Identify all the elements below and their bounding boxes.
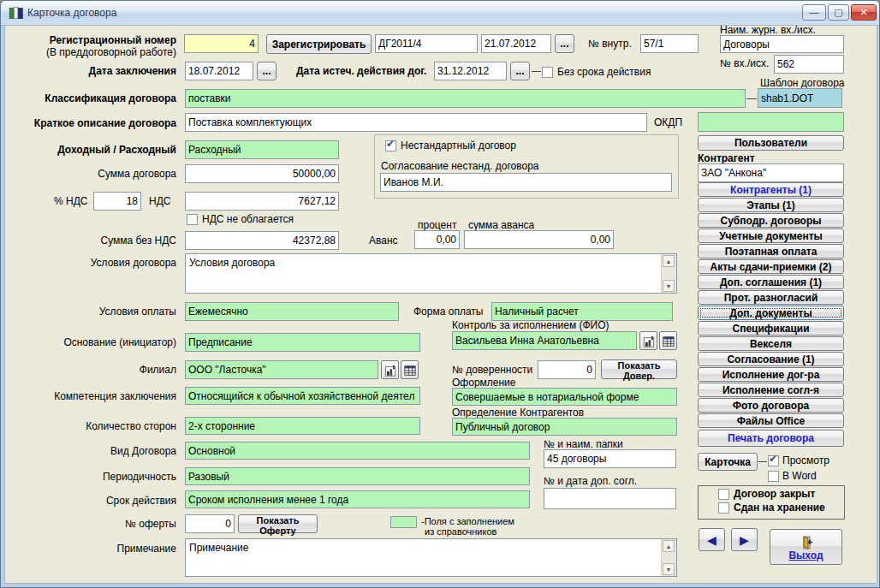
control-input[interactable] bbox=[452, 331, 637, 350]
periodicity-input[interactable] bbox=[185, 467, 530, 485]
sidebar-button-acceptance-acts[interactable]: Акты сдачи-приемки (2) bbox=[698, 259, 844, 274]
titlebar: Карточка договора — ▢ ✕ bbox=[1, 1, 879, 26]
amount-no-vat-input[interactable] bbox=[185, 231, 339, 250]
description-label: Краткое описание договора bbox=[9, 117, 176, 129]
classification-input[interactable] bbox=[185, 89, 746, 108]
minimize-button[interactable]: — bbox=[802, 4, 826, 21]
word-label: В Word bbox=[782, 470, 817, 482]
scroll-down-icon[interactable]: ▼ bbox=[663, 563, 675, 575]
terms-textarea[interactable]: Условия договора ▲ ▼ bbox=[185, 253, 677, 294]
inout-number-input[interactable] bbox=[774, 55, 844, 74]
journal-name-input[interactable] bbox=[720, 35, 844, 53]
sidebar-button-accounting-docs[interactable]: Учетные документы bbox=[698, 229, 844, 243]
description-input[interactable] bbox=[185, 113, 647, 132]
conclusion-date-picker-button[interactable]: ... bbox=[257, 62, 276, 80]
control-organization-button[interactable] bbox=[639, 331, 657, 350]
table-icon bbox=[663, 336, 675, 347]
sidebar-button-supplementary-agreements[interactable]: Доп. соглашения (1) bbox=[698, 275, 844, 289]
sidebar-button-stages[interactable]: Этапы (1) bbox=[698, 198, 844, 212]
counterparty-input[interactable] bbox=[698, 163, 844, 182]
amount-input[interactable] bbox=[185, 164, 339, 183]
stored-checkbox[interactable] bbox=[718, 502, 729, 514]
parties-input[interactable] bbox=[185, 417, 420, 435]
registration-date-input[interactable] bbox=[481, 34, 551, 53]
duration-label: Срок действия bbox=[9, 495, 176, 507]
income-input[interactable] bbox=[185, 140, 339, 159]
users-button[interactable]: Пользователи bbox=[698, 135, 844, 151]
folder-input[interactable] bbox=[544, 449, 676, 468]
scroll-up-icon[interactable]: ▲ bbox=[663, 255, 675, 267]
scroll-up-icon[interactable]: ▲ bbox=[663, 540, 675, 552]
contract-type-input[interactable] bbox=[185, 442, 530, 460]
reg-number-input[interactable] bbox=[184, 34, 259, 53]
offer-input[interactable] bbox=[185, 514, 235, 533]
maximize-icon: ▢ bbox=[834, 7, 842, 17]
template-input[interactable] bbox=[758, 88, 842, 108]
approval-input[interactable] bbox=[380, 173, 672, 192]
sidebar-button-counterparties[interactable]: Контрагенты (1) bbox=[698, 182, 844, 197]
contract-number-input[interactable] bbox=[375, 34, 478, 53]
maximize-button[interactable]: ▢ bbox=[828, 4, 849, 21]
reg-number-sublabel: (В преддоговорной работе) bbox=[9, 46, 176, 58]
vat-input[interactable] bbox=[185, 192, 339, 211]
vat-free-checkbox[interactable] bbox=[187, 214, 198, 225]
no-term-label: Без срока действия bbox=[557, 66, 651, 78]
scroll-down-icon[interactable]: ▼ bbox=[663, 280, 675, 292]
show-attorney-button[interactable]: Показать Довер. bbox=[601, 359, 677, 379]
sidebar-button-office-files[interactable]: Файлы Office bbox=[698, 413, 844, 428]
word-checkbox[interactable] bbox=[768, 471, 779, 482]
next-record-button[interactable]: ▶ bbox=[731, 528, 758, 551]
contract-closed-checkbox[interactable] bbox=[718, 489, 729, 500]
basis-input[interactable] bbox=[185, 333, 420, 352]
close-button[interactable]: ✕ bbox=[851, 4, 877, 21]
card-button[interactable]: Карточка bbox=[698, 453, 758, 471]
branch-table-button[interactable] bbox=[401, 360, 419, 379]
okdp-input[interactable] bbox=[698, 112, 844, 132]
sidebar-button-additional-documents[interactable]: Доп. документы bbox=[698, 306, 844, 320]
branch-input[interactable] bbox=[185, 360, 378, 379]
terms-scrollbar[interactable]: ▲ ▼ bbox=[661, 254, 676, 293]
preview-checkbox[interactable]: ✔ bbox=[768, 455, 779, 466]
advance-percent-input[interactable] bbox=[414, 230, 460, 249]
advance-sum-input[interactable] bbox=[464, 230, 614, 249]
registration-form-input[interactable] bbox=[452, 388, 677, 406]
sidebar-button-staged-payment[interactable]: Поэтапная оплата bbox=[698, 244, 844, 258]
minimize-icon: — bbox=[810, 7, 819, 17]
competence-input[interactable] bbox=[185, 387, 420, 405]
conclusion-date-input[interactable] bbox=[185, 62, 253, 80]
sidebar-button-subcontracts[interactable]: Субподр. договоры bbox=[698, 213, 844, 228]
ellipsis-icon: ... bbox=[262, 65, 271, 77]
sidebar-button-promissory-notes[interactable]: Векселя bbox=[698, 336, 844, 351]
sidebar-button-contract-photo[interactable]: Фото договора bbox=[698, 398, 844, 413]
expiry-date-picker-button[interactable]: ... bbox=[510, 62, 530, 80]
payment-terms-input[interactable] bbox=[185, 302, 399, 321]
vat-percent-input[interactable] bbox=[93, 192, 141, 211]
branch-organization-button[interactable] bbox=[381, 360, 399, 379]
sidebar-button-approval[interactable]: Согласование (1) bbox=[698, 352, 844, 366]
payment-form-input[interactable] bbox=[491, 302, 673, 321]
note-textarea[interactable]: Примечание ▲ ▼ bbox=[185, 538, 677, 577]
control-table-button[interactable] bbox=[659, 331, 677, 350]
nonstandard-checkbox[interactable]: ✔ bbox=[385, 140, 396, 151]
sidebar-button-agreement-execution[interactable]: Исполнение согл-я bbox=[698, 383, 844, 397]
register-button[interactable]: Зарегистрировать bbox=[266, 34, 372, 54]
previous-record-button[interactable]: ◀ bbox=[699, 528, 725, 551]
exit-button[interactable]: Выход bbox=[770, 529, 842, 565]
sidebar-button-contract-execution[interactable]: Исполнение дог-ра bbox=[698, 367, 844, 382]
note-scrollbar[interactable]: ▲ ▼ bbox=[661, 539, 676, 576]
counterparty-def-input[interactable] bbox=[452, 418, 677, 436]
supplement-input[interactable] bbox=[544, 488, 676, 509]
sidebar-button-specifications[interactable]: Спецификации bbox=[698, 321, 844, 336]
registration-date-picker-button[interactable]: ... bbox=[555, 34, 574, 53]
show-offer-button[interactable]: Показать Оферту bbox=[238, 514, 318, 533]
attorney-input[interactable] bbox=[538, 360, 596, 379]
exit-door-icon bbox=[800, 536, 813, 549]
internal-number-input[interactable] bbox=[640, 34, 699, 53]
sidebar-button-disagreement-protocols[interactable]: Прот. разногласий bbox=[698, 290, 844, 305]
duration-input[interactable] bbox=[185, 490, 530, 508]
sidebar-button-print-contract[interactable]: Печать договора bbox=[698, 430, 844, 447]
connector-line bbox=[532, 71, 541, 72]
expiry-date-input[interactable] bbox=[434, 62, 507, 80]
no-term-checkbox[interactable] bbox=[542, 67, 553, 78]
branch-label: Филиал bbox=[9, 364, 176, 376]
